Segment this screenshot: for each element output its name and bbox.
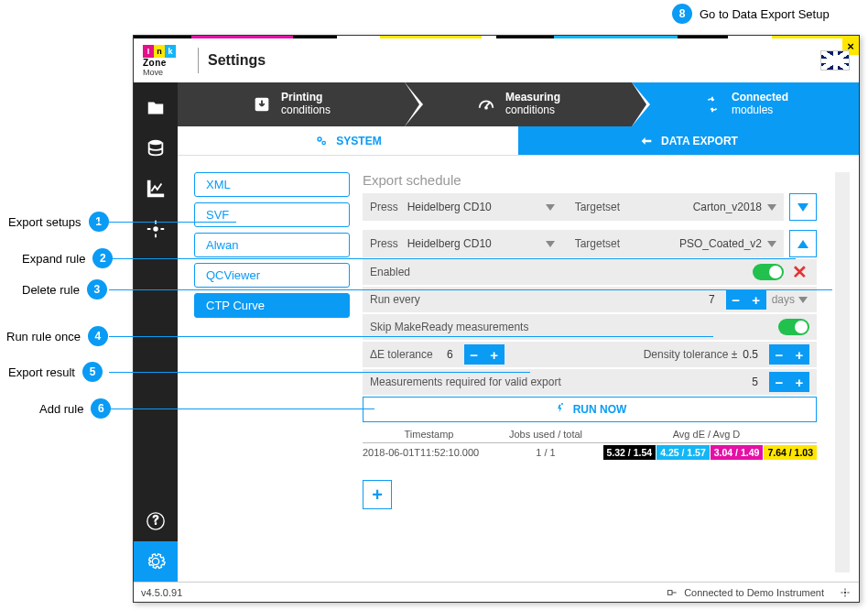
callout-label: Export result: [8, 365, 75, 379]
avg-chip: 5.32 / 1.54: [603, 445, 656, 460]
avg-chip: 3.04 / 1.49: [711, 445, 764, 460]
instrument-icon: [666, 586, 678, 599]
decrement-button[interactable]: −: [464, 344, 484, 365]
svg-point-0: [149, 140, 163, 146]
rail-folder-icon[interactable]: [134, 88, 178, 128]
app-window: × I n k Zone Move Settings: [133, 35, 860, 603]
run-now-button[interactable]: RUN NOW: [363, 397, 817, 422]
callout-label: Run rule once: [6, 330, 81, 343]
svg-point-1: [153, 226, 158, 232]
add-rule-button[interactable]: +: [363, 480, 392, 509]
expand-rule-button[interactable]: [789, 193, 817, 221]
avg-chip: 4.25 / 1.57: [656, 445, 710, 460]
callout-label: Expand rule: [22, 252, 85, 266]
rail-target-icon[interactable]: [134, 209, 178, 249]
sidebar-item-xml[interactable]: XML: [194, 172, 350, 197]
press-select[interactable]: Heidelberg CD10: [407, 237, 540, 250]
panel-title: Export schedule: [363, 172, 817, 188]
increment-button[interactable]: +: [484, 344, 505, 365]
crumb-connected[interactable]: Connectedmodules: [632, 82, 859, 126]
sidebar-item-ctp-curve[interactable]: CTP Curve: [194, 293, 350, 318]
page-title: Settings: [208, 52, 266, 69]
target-small-icon: [839, 586, 852, 599]
svg-point-5: [322, 141, 325, 144]
tab-system[interactable]: SYSTEM: [178, 126, 518, 155]
rule-card: Press Heidelberg CD10 Targetset PSO_Coat…: [363, 230, 817, 462]
unit-select[interactable]: days: [772, 293, 809, 306]
tab-data-export[interactable]: DATA EXPORT: [518, 126, 859, 155]
crumb-printing[interactable]: Printingconditions: [178, 82, 405, 126]
decrement-button[interactable]: −: [769, 344, 789, 365]
targetset-select[interactable]: PSO_Coated_v2: [629, 237, 762, 250]
callout-label: Go to Data Export Setup: [700, 7, 830, 21]
rail-database-icon[interactable]: [134, 128, 178, 169]
decrement-button[interactable]: −: [769, 372, 789, 392]
svg-point-3: [484, 106, 488, 110]
version-label: v4.5.0.91: [141, 587, 182, 598]
skip-makeready-toggle[interactable]: [778, 319, 809, 335]
scrollbar[interactable]: [835, 172, 850, 572]
titlebar: I n k Zone Move Settings: [134, 38, 859, 82]
run-every-value: 7: [700, 293, 721, 306]
rail-settings-icon[interactable]: [134, 541, 178, 582]
decrement-button[interactable]: −: [726, 289, 746, 310]
language-flag[interactable]: [820, 50, 850, 71]
density-tolerance-value: 0.5: [743, 348, 764, 361]
sidebar-item-svf[interactable]: SVF: [194, 202, 350, 227]
callout-label: Delete rule: [22, 283, 80, 297]
rail-chart-icon[interactable]: [134, 169, 178, 209]
result-row: 2018-06-01T11:52:10.000 1 / 1 5.32 / 1.5…: [363, 443, 817, 462]
collapse-rule-button[interactable]: [789, 230, 817, 257]
rule-card: Press Heidelberg CD10 Targetset Carton_v…: [363, 193, 817, 221]
callout-label: Export setups: [8, 215, 81, 229]
logo: I n k Zone Move: [143, 45, 189, 77]
de-tolerance-value: 6: [439, 348, 459, 361]
connection-status: Connected to Demo Instrument: [684, 587, 824, 598]
press-select[interactable]: Heidelberg CD10: [407, 201, 540, 213]
svg-point-8: [844, 591, 846, 593]
results-table: Timestamp Jobs used / total Avg dE / Avg…: [363, 426, 817, 462]
enabled-toggle[interactable]: [753, 264, 784, 280]
avg-chip: 7.64 / 1.03: [764, 445, 817, 460]
callout-label: Add rule: [39, 402, 83, 416]
delete-rule-button[interactable]: ✕: [789, 261, 809, 283]
svg-point-6: [561, 403, 563, 405]
increment-button[interactable]: +: [789, 344, 809, 365]
increment-button[interactable]: +: [746, 289, 766, 310]
left-rail: [134, 82, 178, 582]
targetset-select[interactable]: Carton_v2018: [629, 201, 762, 213]
statusbar: v4.5.0.91 Connected to Demo Instrument: [134, 582, 859, 602]
svg-rect-7: [667, 590, 672, 594]
breadcrumb: Printingconditions Measuringconditions C…: [178, 82, 859, 126]
required-measurements-value: 5: [743, 376, 764, 388]
rail-help-icon[interactable]: [134, 501, 178, 541]
crumb-measuring[interactable]: Measuringconditions: [405, 82, 632, 126]
svg-point-4: [318, 137, 321, 141]
sidebar-item-alwan[interactable]: Alwan: [194, 233, 350, 257]
increment-button[interactable]: +: [789, 372, 809, 392]
sidebar-item-qcviewer[interactable]: QCViewer: [194, 263, 350, 288]
